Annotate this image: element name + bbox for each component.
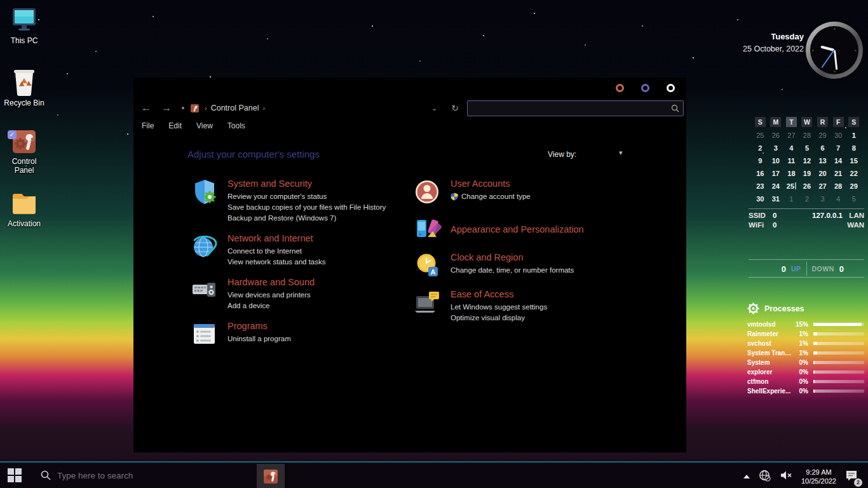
control-panel-searchbox[interactable] <box>467 100 684 116</box>
show-hidden-icons-chevron[interactable] <box>743 475 750 478</box>
calendar-day: 27 <box>783 130 799 142</box>
start-button[interactable] <box>0 463 29 488</box>
process-name: ShellExperie... <box>747 388 793 395</box>
calendar-day: 8 <box>846 142 862 154</box>
control-panel-window: ← → › Control Panel › ⌄ ↻ File Edit View… <box>133 78 686 452</box>
category-title[interactable]: Programs <box>227 321 291 331</box>
selected-check-badge: ✓ <box>8 130 17 139</box>
desktop-icon-label: Activation <box>0 219 48 228</box>
calendar-day: 2 <box>752 142 768 154</box>
clock-region-icon[interactable]: A <box>414 252 442 280</box>
category-hardware-sound: Hardware and Sound View devices and prin… <box>191 276 400 311</box>
network-globe-icon[interactable] <box>759 470 771 484</box>
category-link[interactable]: Change account type <box>451 191 531 202</box>
calendar-day: 15 <box>846 155 862 167</box>
calendar-day: 1 <box>846 130 862 142</box>
maximize-button[interactable] <box>641 84 649 92</box>
category-link[interactable]: View network status and tasks <box>227 257 325 268</box>
desktop-icon-recycle-bin[interactable]: Recycle Bin <box>0 67 48 107</box>
taskbar-app-control-panel[interactable] <box>257 464 285 488</box>
processes-widget: Processes vmtoolsd15%Rainmeter1%svchost1… <box>747 302 864 396</box>
globe-network-icon[interactable] <box>191 233 219 261</box>
desktop-icon-label: Recycle Bin <box>0 98 48 107</box>
shield-security-icon[interactable] <box>191 178 219 206</box>
process-bar <box>813 361 864 364</box>
category-link[interactable]: Uninstall a program <box>227 334 291 344</box>
navigation-bar: ← → › Control Panel › ⌄ ↻ <box>133 98 686 117</box>
category-title[interactable]: Clock and Region <box>451 252 574 262</box>
forward-icon[interactable]: → <box>161 102 172 114</box>
hardware-sound-icon[interactable] <box>191 276 219 304</box>
category-link[interactable]: View devices and printers <box>227 290 315 301</box>
process-bar <box>813 351 864 355</box>
wan-label: WAN <box>843 221 864 229</box>
recent-locations-icon[interactable] <box>182 107 184 109</box>
back-icon[interactable]: ← <box>141 102 151 114</box>
category-link[interactable]: Add a device <box>227 301 315 311</box>
category-link[interactable]: Change date, time, or number formats <box>451 265 574 276</box>
menu-tools[interactable]: Tools <box>227 121 245 130</box>
calendar-day: 22 <box>846 168 862 180</box>
category-title[interactable]: Hardware and Sound <box>227 277 315 287</box>
stars-decoration <box>0 0 1 1</box>
tray-clock[interactable]: 9:29 AM 10/25/2022 <box>801 468 836 485</box>
category-title[interactable]: User Accounts <box>451 179 531 189</box>
ease-of-access-icon[interactable] <box>414 288 442 316</box>
svg-text:A: A <box>431 268 436 276</box>
sidebar-divider <box>749 277 864 278</box>
category-title[interactable]: Network and Internet <box>227 233 325 243</box>
category-title[interactable]: System and Security <box>227 179 386 189</box>
user-accounts-icon[interactable] <box>414 178 442 206</box>
upload-label: UP <box>791 265 801 273</box>
menu-file[interactable]: File <box>142 121 154 130</box>
today-caret <box>795 182 796 189</box>
category-programs: Programs Uninstall a program <box>191 320 400 348</box>
search-icon[interactable] <box>671 104 679 112</box>
calendar-day: 17 <box>768 168 784 180</box>
process-bar <box>813 323 864 326</box>
category-link[interactable]: Review your computer's status <box>227 191 386 202</box>
menu-edit[interactable]: Edit <box>168 121 182 130</box>
menu-view[interactable]: View <box>196 121 213 130</box>
gear-icon <box>747 302 759 315</box>
category-title[interactable]: Ease of Access <box>451 289 547 299</box>
process-row: explorer0% <box>747 367 864 377</box>
taskbar-search-input[interactable] <box>57 471 210 480</box>
sidebar-weekday: Tuesday <box>771 32 804 41</box>
category-title[interactable]: Appearance and Personalization <box>451 224 584 234</box>
recycle-bin-icon <box>10 67 38 97</box>
process-row: vmtoolsd15% <box>747 320 864 329</box>
notification-count-badge: 2 <box>854 478 862 487</box>
address-dropdown-icon[interactable]: ⌄ <box>431 104 437 112</box>
category-link[interactable]: Optimize visual display <box>451 313 547 323</box>
desktop-icon-this-pc[interactable]: This PC <box>0 6 48 45</box>
ssid-value: 0 <box>773 212 790 219</box>
calendar-day: 25 <box>752 130 768 142</box>
refresh-icon[interactable]: ↻ <box>451 103 459 113</box>
taskbar-search[interactable] <box>41 470 231 480</box>
desktop-icon-control-panel[interactable]: ✓ Control Panel <box>0 128 48 175</box>
volume-muted-icon[interactable] <box>780 470 792 484</box>
minimize-button[interactable] <box>616 84 624 92</box>
view-by-dropdown-icon[interactable]: ▾ <box>619 149 623 157</box>
tray-date-value: 10/25/2022 <box>801 477 836 485</box>
breadcrumb[interactable]: Control Panel <box>211 104 259 112</box>
process-percent: 15% <box>793 321 808 328</box>
category-link[interactable]: Connect to the Internet <box>227 246 325 257</box>
download-label: DOWN <box>812 265 834 273</box>
category-link[interactable]: Save backup copies of your files with Fi… <box>227 202 386 213</box>
calendar-day: 6 <box>815 142 831 154</box>
calendar-day: 21 <box>831 168 846 180</box>
action-center-icon[interactable]: 2 <box>845 470 858 484</box>
category-link[interactable]: Backup and Restore (Windows 7) <box>227 213 386 224</box>
search-input[interactable] <box>471 104 671 112</box>
appearance-personalization-icon[interactable] <box>414 215 442 243</box>
calendar-day: 30 <box>831 130 846 142</box>
category-link[interactable]: Let Windows suggest settings <box>451 302 547 313</box>
programs-icon[interactable] <box>191 320 219 348</box>
process-name: Rainmeter <box>747 330 793 337</box>
desktop-icon-activation[interactable]: Activation <box>0 191 48 228</box>
this-pc-icon <box>10 6 39 34</box>
calendar-weekday: M <box>770 117 781 127</box>
close-button[interactable] <box>667 84 675 92</box>
